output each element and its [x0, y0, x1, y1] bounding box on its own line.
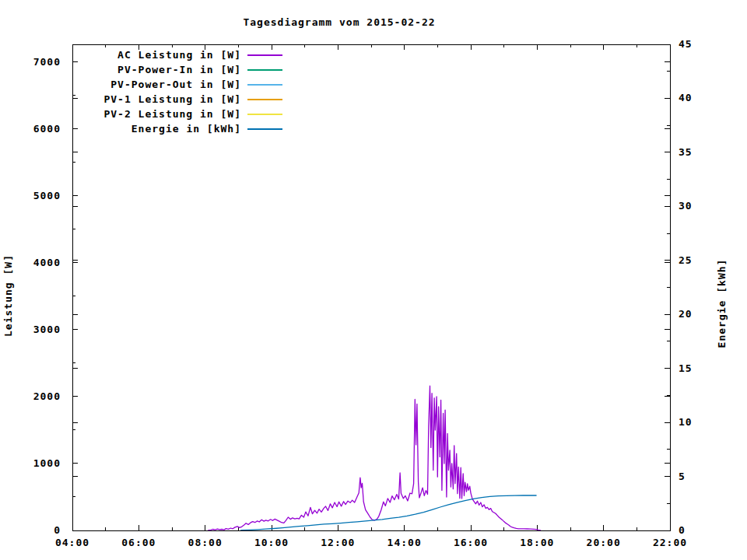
y-axis-label: Leistung [W] — [2, 254, 14, 337]
legend-label: PV-2 Leistung in [W] — [103, 108, 241, 120]
x-tick-label: 14:00 — [388, 537, 422, 548]
x-tick-label: 16:00 — [454, 537, 488, 548]
legend-label: AC Leistung in [W] — [117, 49, 241, 61]
y2-tick-label: 30 — [679, 200, 693, 212]
legend-label: PV-Power-In in [W] — [117, 64, 241, 75]
y-tick-label: 4000 — [33, 257, 61, 268]
y2-tick-label: 35 — [679, 146, 693, 158]
x-tick-label: 12:00 — [321, 537, 355, 548]
y2-tick-label: 5 — [679, 471, 686, 482]
x-tick-label: 18:00 — [520, 537, 554, 548]
legend-label: PV-1 Leistung in [W] — [103, 93, 241, 105]
x-tick-label: 22:00 — [653, 537, 687, 548]
chart-canvas: Tagesdiagramm vom 2015-02-22 Leistung [W… — [0, 0, 747, 560]
series-line-ac-leistung-in-w — [209, 386, 541, 530]
y2-tick-label: 20 — [679, 308, 693, 320]
y2-tick-label: 45 — [679, 38, 693, 50]
y2-axis-label: Energie [kWh] — [716, 259, 728, 348]
legend-entry: PV-Power-In in [W] — [117, 64, 282, 75]
x-tick-label: 10:00 — [254, 537, 289, 548]
y-tick-label: 0 — [54, 524, 61, 536]
legend-entry: PV-1 Leistung in [W] — [103, 93, 282, 105]
x-tick-label: 20:00 — [587, 537, 621, 548]
y-tick-label: 5000 — [33, 190, 61, 201]
y2-tick-label: 10 — [679, 416, 693, 428]
y2-tick-label: 15 — [679, 362, 693, 374]
y2-tick-label: 0 — [679, 524, 686, 536]
y2-tick-label: 40 — [679, 92, 693, 103]
legend-entry: PV-Power-Out in [W] — [110, 79, 282, 90]
x-tick-label: 06:00 — [121, 537, 156, 548]
y2-tick-label: 25 — [679, 254, 693, 266]
chart-title: Tagesdiagramm vom 2015-02-22 — [243, 16, 435, 28]
legend-label: PV-Power-Out in [W] — [110, 79, 241, 90]
legend-entry: Energie in [kWh] — [132, 123, 282, 135]
y-tick-label: 3000 — [33, 324, 61, 335]
y-tick-label: 6000 — [33, 123, 61, 135]
series-lines — [209, 386, 541, 530]
y-tick-label: 2000 — [33, 390, 61, 402]
legend-label: Energie in [kWh] — [132, 123, 241, 135]
x-tick-label: 04:00 — [55, 537, 89, 548]
legend: AC Leistung in [W]PV-Power-In in [W]PV-P… — [103, 49, 282, 135]
x-tick-label: 08:00 — [188, 537, 223, 548]
legend-entry: AC Leistung in [W] — [117, 49, 282, 61]
y-tick-label: 1000 — [33, 457, 61, 469]
legend-entry: PV-2 Leistung in [W] — [103, 108, 282, 120]
y-tick-label: 7000 — [33, 56, 61, 68]
